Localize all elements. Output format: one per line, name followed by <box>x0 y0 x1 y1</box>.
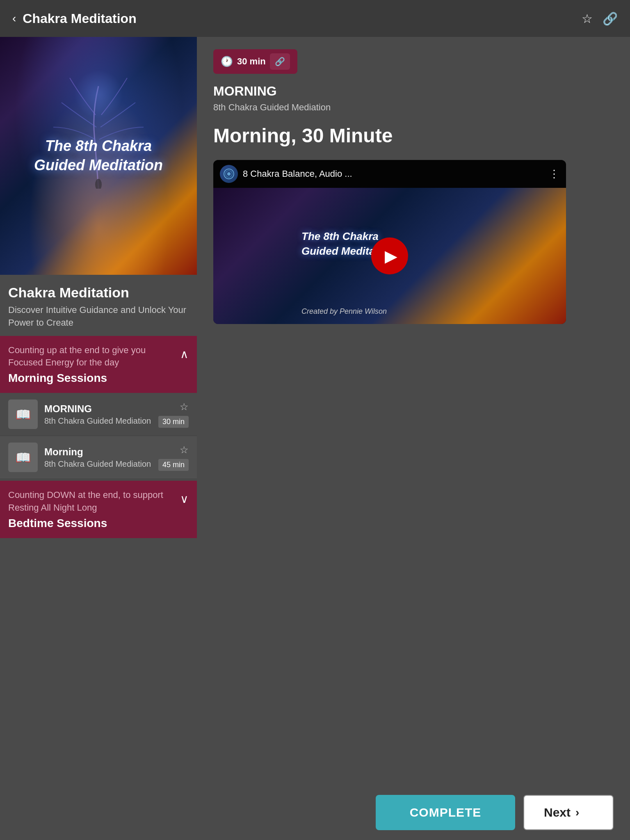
session-name-0: MORNING <box>44 403 152 415</box>
session-desc-0: 8th Chakra Guided Mediation <box>44 416 152 426</box>
morning-section-title: Morning Sessions <box>8 372 180 385</box>
content-heading: Morning, 30 Minute <box>213 124 614 147</box>
next-chevron-icon: › <box>575 806 579 819</box>
book-icon-0: 📖 <box>16 407 31 422</box>
session-duration-0: 30 min <box>158 416 189 428</box>
morning-chevron-icon: ∧ <box>180 347 189 361</box>
bedtime-section-header[interactable]: Counting DOWN at the end, to support Res… <box>0 481 197 538</box>
header-right: ☆ 🔗 <box>582 11 618 26</box>
morning-section-description: Counting up at the end to give you Focus… <box>8 344 180 370</box>
main-layout: The 8th Chakra Guided Meditation Chakra … <box>0 37 630 538</box>
duration-text: 30 min <box>237 56 266 67</box>
session-thumbnail-1: 📖 <box>8 443 38 472</box>
session-desc-1: 8th Chakra Guided Mediation <box>44 459 152 469</box>
hero-image: The 8th Chakra Guided Meditation <box>0 37 197 275</box>
session-item-morning-45[interactable]: 📖 Morning 8th Chakra Guided Mediation ☆ … <box>0 436 197 479</box>
left-panel: The 8th Chakra Guided Meditation Chakra … <box>0 37 197 538</box>
duration-badge: 🕐 30 min 🔗 <box>213 49 297 74</box>
session-star-0[interactable]: ☆ <box>180 401 189 413</box>
session-duration-1: 45 min <box>158 459 189 471</box>
video-play-button[interactable]: ▶ <box>371 237 408 274</box>
app-info: Chakra Meditation Discover Intuitive Gui… <box>0 275 197 336</box>
header-title: Chakra Meditation <box>23 11 136 26</box>
content-label: MORNING <box>213 84 614 99</box>
video-title: 8 Chakra Balance, Audio ... <box>243 169 544 179</box>
back-icon[interactable]: ‹ <box>12 12 16 25</box>
app-subtitle: Discover Intuitive Guidance and Unlock Y… <box>8 304 189 329</box>
video-menu-icon[interactable]: ⋮ <box>549 168 559 180</box>
complete-button[interactable]: COMPLETE <box>376 795 515 830</box>
session-name-1: Morning <box>44 446 152 458</box>
svg-point-1 <box>95 179 102 189</box>
bottom-bar: COMPLETE Next › <box>0 785 630 840</box>
link-icon[interactable]: 🔗 <box>270 53 290 70</box>
morning-section-text: Counting up at the end to give you Focus… <box>8 344 180 385</box>
share-icon[interactable]: 🔗 <box>603 11 618 26</box>
app-title: Chakra Meditation <box>8 285 189 301</box>
video-credit: Created by Pennie Wilson <box>301 307 387 316</box>
content-desc: 8th Chakra Guided Mediation <box>213 102 614 113</box>
svg-point-0 <box>74 70 123 119</box>
video-thumbnail[interactable]: The 8th Chakra Guided Meditation Created… <box>213 188 566 324</box>
right-panel: 🕐 30 min 🔗 MORNING 8th Chakra Guided Med… <box>197 37 630 538</box>
next-label: Next <box>544 806 571 819</box>
morning-section-header[interactable]: Counting up at the end to give you Focus… <box>0 336 197 393</box>
session-meta-0: ☆ 30 min <box>158 401 189 428</box>
favorite-icon[interactable]: ☆ <box>582 11 593 26</box>
session-thumbnail-0: 📖 <box>8 399 38 429</box>
next-button[interactable]: Next › <box>523 795 614 830</box>
bedtime-section-text: Counting DOWN at the end, to support Res… <box>8 489 180 530</box>
session-info-1: Morning 8th Chakra Guided Mediation <box>44 446 152 469</box>
session-meta-1: ☆ 45 min <box>158 444 189 471</box>
video-player[interactable]: 8 Chakra Balance, Audio ... ⋮ The 8th Ch… <box>213 160 566 324</box>
video-channel-logo <box>220 165 238 183</box>
header-left: ‹ Chakra Meditation <box>12 11 137 26</box>
session-item-morning-30[interactable]: 📖 MORNING 8th Chakra Guided Mediation ☆ … <box>0 393 197 436</box>
book-icon-1: 📖 <box>16 450 31 465</box>
bedtime-section-description: Counting DOWN at the end, to support Res… <box>8 489 180 514</box>
session-info-0: MORNING 8th Chakra Guided Mediation <box>44 403 152 426</box>
bedtime-section-title: Bedtime Sessions <box>8 517 180 530</box>
clock-icon: 🕐 <box>221 56 233 67</box>
play-triangle-icon: ▶ <box>385 247 397 265</box>
session-star-1[interactable]: ☆ <box>180 444 189 456</box>
svg-point-4 <box>227 172 231 176</box>
video-header: 8 Chakra Balance, Audio ... ⋮ <box>213 160 566 188</box>
hero-image-title: The 8th Chakra Guided Meditation <box>34 137 163 175</box>
bedtime-chevron-icon: ∨ <box>180 492 189 506</box>
header: ‹ Chakra Meditation ☆ 🔗 <box>0 0 630 37</box>
